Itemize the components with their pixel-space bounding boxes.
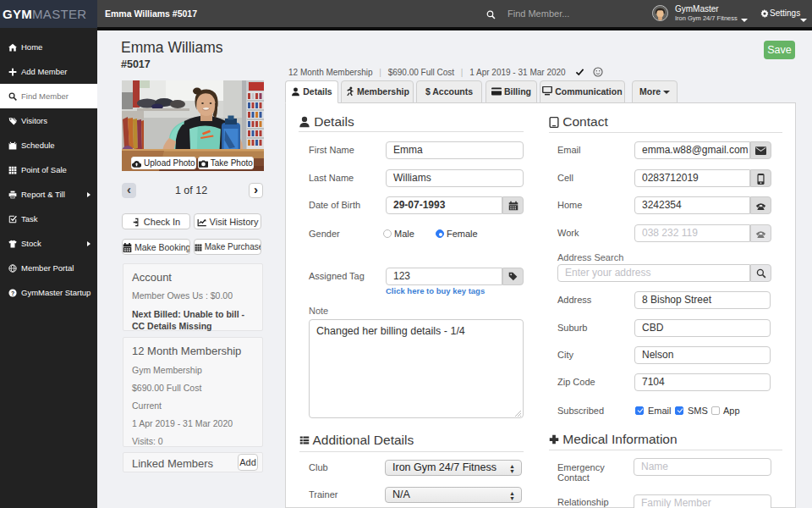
svg-text:?: ? xyxy=(11,290,14,295)
